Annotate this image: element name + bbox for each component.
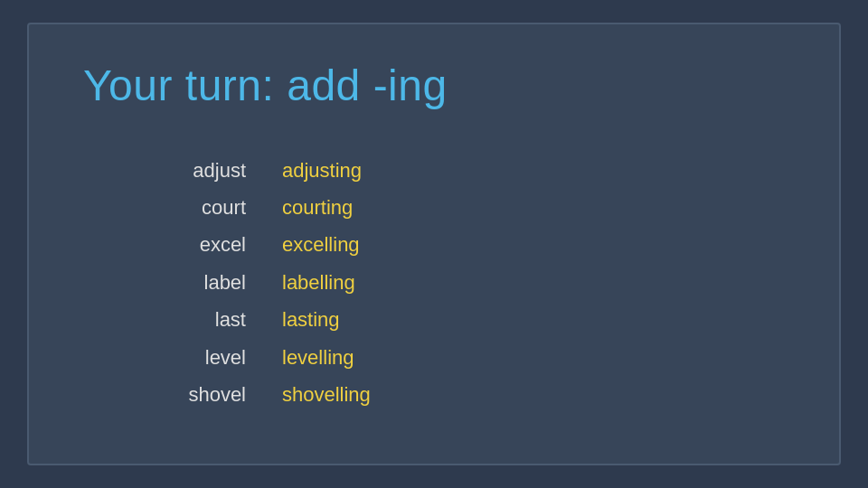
base-word: last: [83, 303, 264, 336]
base-word: level: [83, 341, 264, 374]
derived-word: courting: [264, 191, 463, 224]
derived-word: levelling: [264, 341, 463, 374]
base-word: court: [83, 191, 264, 224]
base-word: excel: [83, 228, 264, 261]
derived-word: shovelling: [264, 378, 463, 411]
word-row: adjustadjusting: [83, 154, 785, 187]
slide-title: Your turn: add -ing: [83, 61, 785, 110]
word-table: adjustadjustingcourtcourtingexcelexcelli…: [83, 137, 785, 427]
slide: Your turn: add -ing adjustadjustingcourt…: [27, 23, 841, 465]
base-word: shovel: [83, 378, 264, 411]
word-row: labellabelling: [83, 266, 785, 299]
derived-word: labelling: [264, 266, 463, 299]
derived-word: lasting: [264, 303, 463, 336]
word-row: levellevelling: [83, 341, 785, 374]
base-word: label: [83, 266, 264, 299]
word-row: lastlasting: [83, 303, 785, 336]
word-row: shovelshovelling: [83, 378, 785, 411]
derived-word: adjusting: [264, 154, 463, 187]
word-row: courtcourting: [83, 191, 785, 224]
base-word: adjust: [83, 154, 264, 187]
word-row: excelexcelling: [83, 228, 785, 261]
derived-word: excelling: [264, 228, 463, 261]
